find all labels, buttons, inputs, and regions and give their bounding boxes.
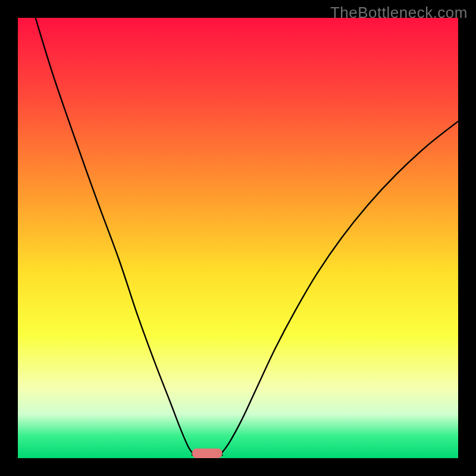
- chart-frame: TheBottleneck.com: [0, 0, 476, 476]
- optimal-marker: [192, 449, 222, 458]
- plot-background: [18, 18, 458, 458]
- bottleneck-chart: [0, 0, 476, 476]
